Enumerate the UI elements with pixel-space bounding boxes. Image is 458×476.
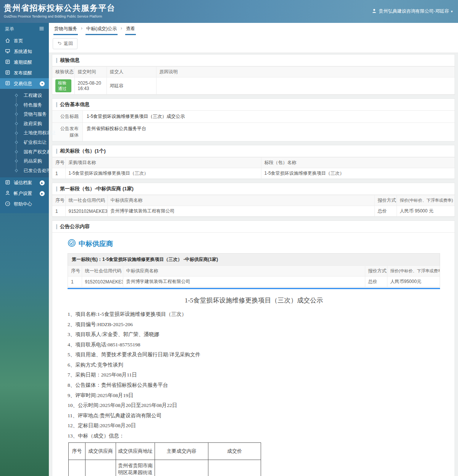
section-marker <box>56 187 57 191</box>
platform-title: 贵州省招标投标公共服务平台 <box>4 3 116 13</box>
document-icon <box>5 80 10 87</box>
inner-winner-table-wrap: 序号 统一社会信用代码 中标供应商名称 报价方式 报价(中标价、下浮率或费率) … <box>68 265 440 288</box>
sidebar-item-help-center[interactable]: ? 帮助中心 <box>0 199 49 209</box>
chevron-right-icon[interactable]: ▶ <box>40 180 45 185</box>
form-row-title: 公告标题 1-5食堂损坏设施维修更换项目（三次）成交公示 <box>52 111 455 123</box>
sidebar-subitem-land-use-rights[interactable]: 土地使用权出让 <box>0 128 49 138</box>
chevron-down-icon[interactable]: ▼ <box>40 81 45 86</box>
sidebar-item-label: 逾期提醒 <box>14 59 32 66</box>
section-package-bar: 第一标段(包)：1-5食堂损坏设施维修更换项目（三次） -中标供应商(1家) <box>68 253 440 265</box>
related-sections-table: 序号 采购项目名称 标段（包）名称 1 1-5食堂损坏设施维修更换项目（三次） … <box>52 157 455 179</box>
sidebar-item-label: 交易信息 <box>14 80 32 87</box>
sidebar: 菜单 首页 系统通知 逾期提醒 发布提醒 <box>0 23 49 476</box>
sidebar-item-label: 系统通知 <box>14 48 32 55</box>
doc-line: 6、采购方式:竞争性谈判 <box>68 361 440 369</box>
sidebar-menu: 菜单 首页 系统通知 逾期提醒 发布提醒 <box>0 23 49 213</box>
breadcrumb-separator: › <box>81 26 82 31</box>
doc-line: 3、项目联系人:宋金委、郭广荣、潘晓娜 <box>68 331 440 338</box>
back-button[interactable]: 返回 <box>53 38 77 49</box>
chevron-down-icon: ▾ <box>451 10 453 13</box>
sidebar-item-overdue-reminder[interactable]: 逾期提醒 <box>0 57 49 68</box>
svg-text:?: ? <box>7 202 8 205</box>
doc-line: 13、中标（成交）信息： <box>68 432 440 440</box>
announcement-title-value: 1-5食堂损坏设施维修更换项目（三次）成交公示 <box>83 111 189 122</box>
sidebar-item-system-notice[interactable]: 系统通知 <box>0 46 49 57</box>
form-row-media: 公告发布媒体 贵州省招标投标公共服务平台 <box>52 123 455 141</box>
bullseye-check-icon <box>68 239 76 249</box>
section-title-related: 相关标段（包）(1个) <box>52 145 455 157</box>
table-header-row: 核验状态 提交时间 提交人 原因说明 <box>52 67 455 77</box>
sidebar-subitem-goods-services[interactable]: 货物与服务 <box>0 109 49 119</box>
breadcrumb-item-view[interactable]: 查看 <box>125 26 136 35</box>
basic-info-card: 公告基本信息 公告标题 1-5食堂损坏设施维修更换项目（三次）成交公示 公告发布… <box>52 98 455 142</box>
sidebar-submenu: 工程建设 特色服务 货物与服务 政府采购 土地使用权出让 矿业权出让 国有产权交… <box>0 89 49 177</box>
user-icon <box>372 8 377 14</box>
document-icon <box>5 70 10 76</box>
section-title-winner: 第一标段（包）-中标供应商 (1家) <box>52 183 455 195</box>
sidebar-item-credit-archive[interactable]: 诚信档案 ▶ <box>0 177 49 188</box>
doc-line: 2、项目编号:HDZB-2025-206 <box>68 321 440 328</box>
verify-table: 核验状态 提交时间 提交人 原因说明 核验通过 2025-08-20 16:43… <box>52 66 455 95</box>
sidebar-subitem-engineering-construction[interactable]: 工程建设 <box>0 91 49 100</box>
breadcrumb: 货物与服务 › 中标(成交)公示 › 查看 <box>53 25 454 35</box>
document-icon <box>5 59 10 66</box>
sidebar-item-label: 帐户设置 <box>14 190 32 197</box>
doc-line: 5、项目用途、简要技术要求及合同履行日期:详见采购文件 <box>68 351 440 359</box>
table-row: 1 贵州博学建筑装饰工程有限公司 贵州省贵阳市南明区花果园街道花果园后街彭家湾花… <box>69 460 261 476</box>
sidebar-item-home[interactable]: 首页 <box>0 35 49 46</box>
brand: 贵州省招标投标公共服务平台 GuiZhou Province Tendering… <box>4 3 116 18</box>
table-header-row: 序号 成交供应商 成交供应商地址 主要成交内容 成交价 <box>69 443 261 460</box>
submitter: 邓廷容 <box>106 77 156 95</box>
sidebar-subitem-published-announcements[interactable]: 已发公告处理 <box>0 166 49 175</box>
user-menu[interactable]: 贵州弘典建设咨询有限公司-邓廷容 ▾ <box>372 8 453 14</box>
blue-divider <box>68 288 440 289</box>
document-title: 1-5食堂损坏设施维修更换项目（三次）成交公示 <box>68 296 440 305</box>
sidebar-item-account-settings[interactable]: 帐户设置 ▶ <box>0 188 49 199</box>
top-header: 贵州省招标投标公共服务平台 GuiZhou Province Tendering… <box>0 0 458 23</box>
breadcrumb-item-award-notice[interactable]: 中标(成交)公示 <box>85 26 118 35</box>
sidebar-subitem-mining-rights[interactable]: 矿业权出让 <box>0 138 49 147</box>
section-marker <box>56 102 57 107</box>
announcement-body: 中标供应商 第一标段(包)：1-5食堂损坏设施维修更换项目（三次） -中标供应商… <box>52 233 455 476</box>
chevron-right-icon[interactable]: ▶ <box>40 191 45 196</box>
sidebar-item-transaction-info[interactable]: 交易信息 ▼ <box>0 78 49 89</box>
reason <box>156 77 455 95</box>
section-title-content: 公告公示内容 <box>52 221 455 233</box>
back-button-label: 返回 <box>64 40 73 47</box>
help-icon: ? <box>5 201 10 207</box>
announcement-media-value: 贵州省招标投标公共服务平台 <box>83 123 150 141</box>
main-content: 货物与服务 › 中标(成交)公示 › 查看 返回 核验信息 <box>49 23 458 476</box>
table-row: 1 91520102MAEKE3H704 贵州博学建筑装饰工程有限公司 总价 人… <box>52 206 455 217</box>
table-row: 核验通过 2025-08-20 16:43 邓廷容 <box>52 77 455 95</box>
sidebar-subitem-government-procurement[interactable]: 政府采购 <box>0 119 49 129</box>
user-name: 贵州弘典建设咨询有限公司-邓廷容 <box>379 8 449 14</box>
doc-line: 8、公告媒体：贵州省招标投标公共服务平台 <box>68 381 440 389</box>
platform-subtitle: GuiZhou Province Tendering and Bidding P… <box>4 14 116 18</box>
breadcrumb-separator: › <box>121 26 122 31</box>
menu-label: 菜单 <box>5 26 14 32</box>
back-icon <box>57 41 62 47</box>
sidebar-item-publish-reminder[interactable]: 发布提醒 <box>0 68 49 78</box>
table-header-row: 序号 统一社会信用代码 中标供应商名称 报价方式 报价(中标价、下浮率或费率) <box>52 195 455 206</box>
doc-line: 11、评审地点:贵州弘典建设咨询有限公司 <box>68 412 440 420</box>
award-info-table: 序号 成交供应商 成交供应商地址 主要成交内容 成交价 1 贵州博学建筑装饰工程… <box>68 442 261 476</box>
winning-supplier-header: 中标供应商 <box>68 239 440 249</box>
winner-card: 第一标段（包）-中标供应商 (1家) 序号 统一社会信用代码 中标供应商名称 报… <box>52 183 455 217</box>
announcement-document: 1-5食堂损坏设施维修更换项目（三次）成交公示 1、项目名称:1-5食堂损坏设施… <box>68 296 440 476</box>
sidebar-subitem-featured-services[interactable]: 特色服务 <box>0 100 49 110</box>
doc-line: 12、定标日期:2025年08月20日 <box>68 422 440 429</box>
cards-area: 核验信息 核验状态 提交时间 提交人 原因说明 核验通过 2025-08-20 … <box>49 53 458 476</box>
table-row: 1 91520102MAEKE3H704 贵州博学建筑装饰工程有限公司 总价 人… <box>68 277 440 287</box>
announcement-content-card: 公告公示内容 中标供应商 第一标段(包)：1-5食堂损坏设施维修更换项目（三次）… <box>52 220 455 476</box>
sidebar-subitem-state-owned-property[interactable]: 国有产权交易 <box>0 147 49 157</box>
breadcrumb-item-goods-services[interactable]: 货物与服务 <box>53 26 78 35</box>
hamburger-icon[interactable] <box>39 26 44 32</box>
sidebar-item-label: 帮助中心 <box>14 201 32 207</box>
table-header-row: 序号 统一社会信用代码 中标供应商名称 报价方式 报价(中标价、下浮率或费率) <box>68 266 440 277</box>
section-marker <box>56 58 57 63</box>
section-marker <box>56 149 57 154</box>
table-header-row: 序号 采购项目名称 标段（包）名称 <box>52 158 455 168</box>
sidebar-subitem-drug-procurement[interactable]: 药品采购 <box>0 156 49 166</box>
related-sections-card: 相关标段（包）(1个) 序号 采购项目名称 标段（包）名称 1 1-5食堂损坏设… <box>52 145 455 179</box>
monitor-icon <box>5 48 10 55</box>
